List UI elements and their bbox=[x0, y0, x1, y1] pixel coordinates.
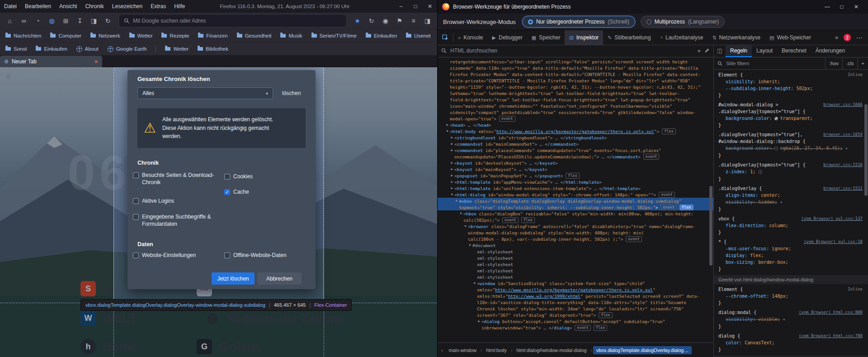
pick-element-button[interactable] bbox=[438, 30, 453, 45]
grid-icon[interactable]: ⊞ bbox=[60, 15, 72, 27]
markup-line[interactable]: ▶<popupset id="mainPopupSet"> … </popups… bbox=[438, 172, 713, 179]
sidebar-tab-regeln[interactable]: Regeln bbox=[726, 44, 752, 57]
rule-selector[interactable]: #window-modal-dialog::backdrop { bbox=[714, 138, 868, 145]
rules-toggle-[interactable]: + bbox=[858, 57, 868, 69]
clock-icon[interactable]: ◔ bbox=[32, 15, 44, 27]
rule-source-link[interactable]: Inline bbox=[848, 71, 863, 78]
markup-line[interactable]: ▶<html:template id="appMenu-viewCache"> … bbox=[438, 179, 713, 185]
expand-arrow[interactable]: ▶ bbox=[449, 174, 454, 177]
themes-icon[interactable]: ◨ bbox=[88, 15, 100, 27]
rule-declaration[interactable]: --subdialog-inner-height: 502px; bbox=[714, 85, 868, 92]
markup-line[interactable]: ▼<html:body xmlns="http://www.mozilla.or… bbox=[438, 128, 713, 134]
overridden-filter-icon[interactable]: ▾ bbox=[783, 317, 785, 322]
breadcrumb-item[interactable]: main-window bbox=[446, 346, 480, 354]
tool-tab-web-speicher[interactable]: ▤Web-Speicher bbox=[765, 30, 816, 45]
rule-source-link[interactable]: browser.css:1654 bbox=[823, 131, 863, 138]
markup-line[interactable]: sizemode" data-l10n-sync="true" data-tit… bbox=[438, 65, 713, 71]
overflow-chevron-icon[interactable]: » bbox=[835, 34, 838, 41]
bookmark-item[interactable]: Finanzen bbox=[198, 33, 227, 38]
overridden-filter-icon[interactable]: ▾ bbox=[845, 146, 848, 151]
refresh-icon[interactable]: ↻ bbox=[365, 15, 377, 27]
markup-line[interactable]: topmost="true" style="visibility: inheri… bbox=[438, 204, 713, 210]
bookmark-item[interactable]: About bbox=[76, 46, 99, 52]
checkbox[interactable] bbox=[224, 174, 230, 180]
markup-line[interactable]: calc(100vh - 0px), var(--subdialog-inner… bbox=[438, 236, 713, 242]
markup-line[interactable]: Firefox Privater Modus" data-content-tit… bbox=[438, 71, 713, 77]
expand-arrow[interactable]: ▶ bbox=[476, 319, 481, 323]
hamburger-menu-icon[interactable]: ≡ bbox=[407, 15, 420, 27]
rule-declaration[interactable]: flex-direction: column; bbox=[714, 222, 868, 229]
markup-line[interactable]: ▶<commandset id="mainCommandSet"> … </co… bbox=[438, 141, 713, 147]
event-badge[interactable]: event bbox=[659, 192, 675, 198]
rule-selector[interactable]: .dialogOverlay[topmost="true"] { bbox=[714, 108, 868, 115]
rule-selector[interactable]: .dialogOverlay {browser.css:1511 bbox=[714, 185, 868, 192]
bookmark-item[interactable]: Netzwerk bbox=[90, 33, 120, 38]
checkbox[interactable] bbox=[133, 252, 139, 258]
checkbox[interactable] bbox=[133, 172, 139, 178]
clear-now-button[interactable]: Jetzt löschen bbox=[212, 272, 255, 285]
expand-arrow[interactable]: ▼ bbox=[467, 243, 472, 247]
markup-line[interactable]: screenY="367" role="dialog" dialogroot="… bbox=[438, 312, 713, 318]
downloads-icon[interactable]: ↧ bbox=[74, 15, 86, 27]
expand-arrow[interactable]: ▶ bbox=[449, 186, 454, 190]
markup-line[interactable]: retargetdocumentfocus="urlbar-input" scr… bbox=[438, 58, 713, 65]
tool-tab-netzwerkanalyse[interactable]: ⇅Netzwerkanalyse bbox=[708, 30, 765, 45]
rule-selector[interactable]: Element {Inline bbox=[714, 71, 868, 78]
pocket-icon[interactable]: ◉ bbox=[379, 15, 392, 27]
scrollbar-thumb[interactable] bbox=[709, 186, 712, 266]
close-button[interactable]: ✕ bbox=[849, 0, 863, 13]
bookmark-item[interactable]: Sonst bbox=[5, 46, 27, 52]
rule-selector[interactable]: .dialogOverlay[topmost="true"],browser.c… bbox=[714, 131, 868, 138]
rules-filter-bar[interactable]: Stile filtern :hov.cls+ bbox=[714, 57, 868, 70]
rule-declaration[interactable]: -moz-user-focus: ignore; bbox=[714, 245, 868, 252]
rule-selector[interactable]: #window-modal-dialog >browser.css:1666 bbox=[714, 101, 868, 108]
event-badge[interactable]: event bbox=[660, 205, 677, 210]
event-badge[interactable]: event bbox=[499, 116, 515, 122]
markup-line[interactable]: ▼<browser class="dialogFrame" autoscroll… bbox=[438, 223, 713, 229]
markup-line[interactable]: ▶<commandset id="placesCommands" command… bbox=[438, 147, 713, 153]
sidebar-tab-layout[interactable]: Layout bbox=[752, 44, 777, 57]
bookmark-item[interactable]: Serien/TV/Filme bbox=[311, 33, 357, 38]
reload-icon[interactable]: ↻ bbox=[102, 15, 114, 27]
markup-line[interactable]: field-brighttext="true" lwt-toolbar-fiel… bbox=[438, 96, 713, 103]
menu-ansicht[interactable]: Ansicht bbox=[55, 3, 81, 10]
rule-declaration[interactable]: --chrome-offset: 148px; bbox=[714, 293, 868, 300]
maximize-button[interactable]: □ bbox=[835, 0, 849, 13]
markup-line[interactable]: icon="main-window" chromehidden="" fxast… bbox=[438, 103, 713, 109]
markup-line[interactable]: Chronik löschen" style="min-width: 34em"… bbox=[438, 305, 713, 312]
markup-line[interactable]: uidensity="compact" pocketdisabled="true… bbox=[438, 109, 713, 115]
color-swatch[interactable] bbox=[774, 117, 778, 120]
bookmark-item[interactable]: Musik bbox=[280, 33, 302, 38]
checkbox[interactable] bbox=[224, 252, 230, 258]
flex-badge[interactable]: flex bbox=[662, 129, 675, 134]
expand-arrow[interactable]: ▼ bbox=[472, 281, 477, 285]
bookmark-item[interactable]: Gesundheit bbox=[237, 33, 272, 38]
expand-arrow[interactable]: ▼ bbox=[454, 199, 459, 203]
rule-declaration[interactable]: visibility: inherit; bbox=[714, 78, 868, 85]
rule-declaration[interactable]: box-sizing: border-box; bbox=[714, 259, 868, 266]
tool-tab-stilbearbeitung[interactable]: ✎Stilbearbeitung bbox=[603, 30, 655, 45]
expand-arrow[interactable]: ▶ bbox=[449, 136, 454, 139]
rules-scrollbar[interactable] bbox=[864, 70, 868, 357]
rules-toggle-cls[interactable]: .cls bbox=[842, 57, 858, 69]
flex-badge[interactable]: flex bbox=[679, 205, 693, 210]
bookmark-star-icon[interactable]: ★ bbox=[351, 15, 363, 27]
checkbox[interactable] bbox=[133, 214, 139, 220]
expand-arrow[interactable]: ▼ bbox=[445, 129, 450, 133]
flex-badge[interactable]: flex bbox=[566, 173, 579, 179]
markup-line[interactable]: ▶<keyset id="devtoolsKeyset"> … </keyset… bbox=[438, 160, 713, 166]
flex-badge[interactable]: flex bbox=[521, 217, 535, 223]
tool-tab-konsole[interactable]: »Konsole bbox=[453, 30, 488, 45]
markup-line[interactable]: xml-stylesheet bbox=[438, 248, 713, 255]
breadcrumb-item[interactable]: html:dialog#window-modal-dialog bbox=[513, 346, 590, 354]
tab-neuer-tab[interactable]: ⚙ Neuer Tab ✕ bbox=[0, 56, 102, 67]
bookmark-item[interactable]: Nachrichten bbox=[5, 33, 41, 38]
menu-lesezeichen[interactable]: Lesezeichen bbox=[108, 3, 146, 10]
markup-line[interactable]: xmlns:html="http://www.w3.org/1999/xhtml… bbox=[438, 293, 713, 299]
markup-line[interactable]: height="1159" style="--button-bgcolor: r… bbox=[438, 84, 713, 90]
markup-line[interactable]: xmlns="http://www.mozilla.org/keymaster/… bbox=[438, 286, 713, 293]
expand-arrow[interactable]: ▶ bbox=[449, 148, 454, 152]
rule-source-link[interactable]: browser.css:1666 bbox=[823, 101, 863, 108]
rule-declaration[interactable]: color: CanvasText; bbox=[714, 339, 868, 346]
tool-tab-speicher[interactable]: ▦Speicher bbox=[527, 30, 565, 45]
